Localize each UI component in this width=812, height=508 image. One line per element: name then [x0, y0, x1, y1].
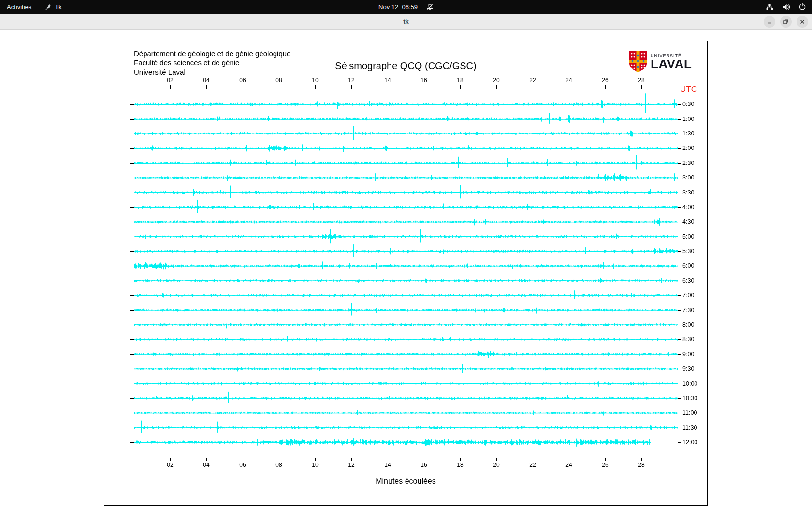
- trace-time-label: 11:30: [682, 424, 697, 431]
- minimize-button[interactable]: [764, 16, 775, 28]
- activities-button[interactable]: Activities: [7, 3, 31, 11]
- x-tick-label-bottom: 22: [529, 462, 536, 468]
- x-tick-label-top: 24: [566, 77, 572, 84]
- trace-time-label: 2:30: [682, 160, 694, 166]
- trace-time-label: 5:00: [682, 233, 694, 240]
- x-tick-label-top: 02: [167, 77, 173, 84]
- clock-label: Nov 12 06:59: [378, 3, 418, 11]
- network-wired-icon[interactable]: [766, 3, 774, 11]
- notifications-disabled-icon: [426, 3, 434, 11]
- utc-label: UTC: [680, 85, 697, 94]
- tk-window-content: Département de géologie et de génie géol…: [0, 30, 812, 508]
- trace-time-label: 9:00: [682, 351, 694, 358]
- trace-time-label: 0:30: [682, 101, 694, 107]
- header-line-1: Département de géologie et de génie géol…: [134, 49, 290, 58]
- x-tick-label-bottom: 28: [638, 462, 644, 468]
- trace-time-label: 7:00: [682, 292, 694, 299]
- trace-time-label: 6:30: [682, 277, 694, 284]
- x-tick-label-top: 26: [602, 77, 608, 84]
- x-tick-label-top: 20: [493, 77, 499, 84]
- focused-app-indicator[interactable]: Tk: [44, 3, 61, 11]
- x-tick-label-bottom: 02: [167, 462, 173, 468]
- trace-time-label: 1:00: [682, 116, 694, 122]
- x-tick-label-top: 12: [348, 77, 354, 84]
- x-tick-label-bottom: 26: [602, 462, 608, 468]
- x-tick-label-bottom: 20: [493, 462, 499, 468]
- laval-logo-text: UNIVERSITÉ LAVAL: [651, 53, 692, 70]
- close-icon: [799, 19, 805, 25]
- trace-time-label: 8:00: [682, 321, 694, 328]
- logo-large-text: LAVAL: [651, 58, 692, 70]
- x-tick-label-bottom: 12: [348, 462, 354, 468]
- x-axis-title: Minutes écoulées: [134, 477, 678, 486]
- trace-time-label: 10:00: [682, 380, 697, 387]
- x-tick-label-bottom: 06: [239, 462, 246, 468]
- trace-time-label: 9:30: [682, 365, 694, 372]
- x-tick-label-top: 08: [276, 77, 282, 84]
- x-tick-label-top: 18: [457, 77, 463, 84]
- x-tick-label-bottom: 18: [457, 462, 463, 468]
- trace-time-label: 6:00: [682, 262, 694, 269]
- trace-time-label: 12:00: [682, 439, 697, 446]
- tk-feather-icon: [44, 3, 51, 11]
- x-tick-label-top: 28: [638, 77, 644, 84]
- plot-title: Séismographe QCQ (CGC/GSC): [134, 60, 678, 72]
- x-tick-label-bottom: 08: [276, 462, 282, 468]
- power-icon[interactable]: [798, 3, 806, 11]
- maximize-icon: [783, 19, 789, 25]
- minimize-icon: [767, 19, 772, 25]
- x-tick-label-top: 04: [203, 77, 209, 84]
- trace-time-label: 11:00: [682, 409, 697, 416]
- trace-time-label: 4:30: [682, 218, 694, 225]
- x-tick-label-top: 10: [312, 77, 318, 84]
- clock-button[interactable]: Nov 12 06:59: [378, 3, 434, 11]
- x-tick-label-bottom: 04: [203, 462, 209, 468]
- seismograph-frame: Département de géologie et de génie géol…: [104, 41, 708, 506]
- trace-time-label: 4:00: [682, 204, 694, 210]
- trace-time-label: 3:00: [682, 174, 694, 181]
- x-tick-label-bottom: 14: [384, 462, 391, 468]
- trace-time-label: 8:30: [682, 336, 694, 343]
- trace-time-label: 7:30: [682, 307, 694, 314]
- trace-time-label: 1:30: [682, 130, 694, 137]
- trace-time-label: 5:30: [682, 248, 694, 254]
- trace-time-label: 10:30: [682, 395, 697, 402]
- trace-time-label: 2:00: [682, 145, 694, 151]
- volume-icon[interactable]: [782, 3, 790, 11]
- laval-shield-icon: [629, 50, 647, 72]
- focused-app-name: Tk: [55, 3, 61, 11]
- x-tick-label-bottom: 24: [566, 462, 572, 468]
- x-tick-label-top: 22: [529, 77, 536, 84]
- x-tick-label-top: 06: [239, 77, 246, 84]
- x-tick-label-top: 16: [420, 77, 427, 84]
- x-tick-label-bottom: 16: [420, 462, 427, 468]
- system-status-area[interactable]: [766, 0, 806, 14]
- window-titlebar[interactable]: tk: [0, 14, 812, 30]
- close-button[interactable]: [797, 16, 808, 28]
- seismograph-canvas: [104, 41, 707, 505]
- window-title: tk: [403, 18, 409, 25]
- maximize-button[interactable]: [780, 16, 792, 28]
- universite-laval-logo: UNIVERSITÉ LAVAL: [629, 50, 692, 72]
- x-tick-label-bottom: 10: [312, 462, 318, 468]
- trace-time-label: 3:30: [682, 189, 694, 196]
- x-tick-label-top: 14: [384, 77, 391, 84]
- gnome-top-bar: Activities Tk Nov 12 06:59: [0, 0, 812, 14]
